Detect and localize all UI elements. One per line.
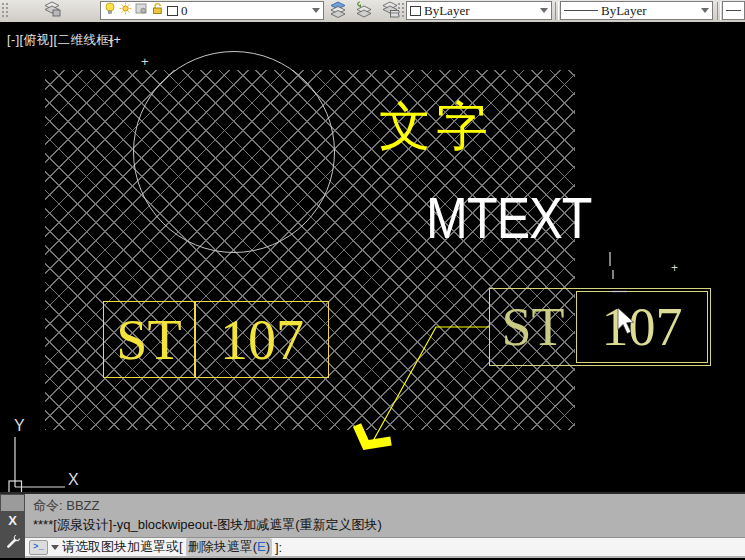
layer-properties-button[interactable] (42, 2, 62, 20)
linetype-sample (564, 10, 598, 11)
toolbar-grip[interactable] (398, 3, 404, 19)
layer-on-bulb-icon (104, 2, 116, 19)
ucs-y-label: Y (14, 417, 25, 434)
properties-toolbar: 0 (0, 0, 745, 23)
option-suffix: ) (266, 539, 270, 554)
make-layer-current-button[interactable] (328, 2, 348, 20)
layer-previous-icon (355, 1, 373, 22)
point-marker: + (107, 34, 114, 48)
command-history-line: ****[源泉设计]-yq_blockwipeout-图块加减遮罩(重新定义图块… (33, 515, 745, 534)
toolbar-separator (555, 2, 559, 20)
leader-line[interactable] (373, 327, 489, 441)
color-combo-dropdown-arrow[interactable] (540, 8, 548, 13)
option-label: 删除块遮罩( (188, 539, 257, 554)
layer-states-icon (381, 1, 399, 22)
recent-commands-arrow[interactable] (51, 545, 59, 550)
toolbar-separator (717, 2, 721, 20)
lineweight-combo[interactable] (722, 1, 745, 20)
layer-name: 0 (181, 3, 188, 19)
layer-thaw-sun-icon (119, 2, 132, 19)
linetype-value: ByLayer (601, 3, 646, 19)
previous-layer-button[interactable] (354, 2, 374, 20)
leader-arrowhead[interactable] (357, 425, 391, 445)
layer-unlock-icon (151, 2, 164, 19)
command-panel-sidebar: X (0, 494, 25, 558)
drawing-canvas[interactable]: [-][俯视][二维线框]+ 文字 MTEXT ST 107 ST 107 + … (0, 22, 745, 492)
ucs-icon (9, 437, 65, 492)
point-marker: + (141, 54, 149, 69)
command-panel: X 命令: BBZZ ****[源泉设计]-yq_blockwipeout-图块… (0, 492, 745, 558)
vector-overlay: + + + Y X (0, 22, 745, 492)
wrench-icon[interactable] (4, 532, 21, 549)
linetype-combo-dropdown-arrow[interactable] (701, 8, 709, 13)
layer-combo[interactable]: 0 (100, 1, 324, 20)
ucs-x-label: X (68, 471, 79, 488)
command-history-line: 命令: BBZZ (33, 496, 745, 515)
point-marker: + (671, 261, 678, 275)
layer-color-swatch (167, 6, 178, 16)
color-value: ByLayer (424, 3, 469, 19)
autocad-window: 0 (0, 0, 745, 560)
toolbar-grip[interactable] (2, 3, 8, 19)
layers-icon (43, 1, 61, 21)
color-bylayer-swatch (410, 6, 421, 16)
layer-combo-dropdown-arrow[interactable] (312, 8, 320, 13)
command-history[interactable]: 命令: BBZZ ****[源泉设计]-yq_blockwipeout-图块加减… (25, 496, 745, 536)
command-panel-close-button[interactable]: X (0, 513, 25, 529)
object-color-combo[interactable]: ByLayer (406, 1, 552, 20)
prompt-close-text: ]: (275, 540, 282, 555)
option-hotkey: E (257, 539, 266, 554)
mouse-cursor-icon (618, 308, 634, 334)
layer-current-icon (329, 1, 347, 22)
prompt-text: 请选取图块加遮罩或[ (62, 538, 183, 556)
layer-states-button[interactable] (380, 2, 400, 20)
linetype-combo[interactable]: ByLayer (560, 1, 713, 20)
command-prompt-icon: >_ (29, 540, 48, 555)
layer-vp-freeze-icon (135, 3, 148, 19)
lineweight-sample (726, 10, 741, 11)
prompt-option-chip[interactable]: 删除块遮罩(E) (186, 538, 272, 556)
command-input-line[interactable]: >_ 请选取图块加遮罩或[删除块遮罩(E)]: (25, 537, 745, 556)
command-panel-drag-handle[interactable] (1, 495, 24, 511)
